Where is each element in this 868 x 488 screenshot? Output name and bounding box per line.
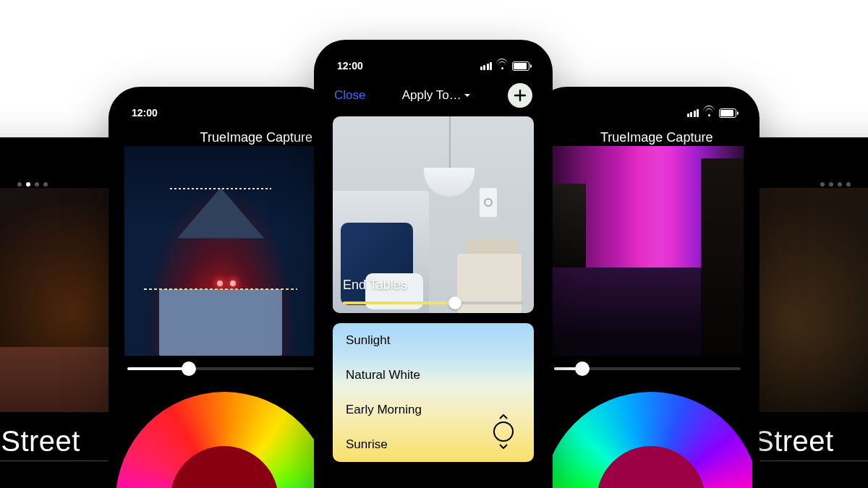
- chevron-down-icon: [463, 91, 472, 100]
- apply-to-dropdown[interactable]: Apply To…: [402, 88, 472, 103]
- brightness-slider[interactable]: [127, 367, 314, 370]
- status-icons: [480, 61, 530, 71]
- cellular-icon: [687, 109, 699, 117]
- scene-brightness-slider[interactable]: [343, 301, 524, 304]
- pendant-light-icon: [424, 168, 475, 197]
- status-bar: [542, 94, 752, 127]
- color-temperature-presets[interactable]: Sunlight Natural White Early Morning Sun…: [333, 323, 534, 462]
- wifi-icon: [703, 108, 715, 117]
- scene-name: End Tables: [343, 278, 407, 293]
- chevron-down-icon: [498, 443, 509, 449]
- status-time: 12:00: [337, 60, 363, 72]
- add-button[interactable]: [508, 83, 532, 108]
- wall-switch-icon: [479, 187, 498, 218]
- scene-card[interactable]: End Tables: [333, 116, 534, 313]
- trueimage-capture-label: TrueImage Capture: [600, 130, 712, 145]
- brightness-slider[interactable]: [554, 367, 741, 370]
- status-time: 12:00: [132, 107, 158, 119]
- battery-icon: [719, 108, 736, 118]
- preset-sunlight[interactable]: Sunlight: [333, 323, 534, 358]
- phone-right: TrueImage Capture: [535, 87, 760, 488]
- cellular-icon: [480, 62, 493, 70]
- capture-image[interactable]: [551, 146, 744, 356]
- status-bar: 12:00: [321, 47, 545, 80]
- phone-left: 12:00 TrueImage Capture: [109, 87, 333, 488]
- trueimage-capture-label: TrueImage Capture: [200, 130, 312, 145]
- wifi-icon: [496, 61, 508, 70]
- status-icons: [687, 108, 737, 118]
- color-wheel[interactable]: [116, 392, 326, 488]
- plus-icon: [514, 89, 527, 102]
- capture-image[interactable]: [124, 146, 317, 356]
- color-wheel[interactable]: [542, 392, 752, 488]
- status-bar: 12:00: [116, 94, 326, 127]
- slider-thumb[interactable]: [448, 296, 461, 309]
- apply-to-label: Apply To…: [402, 88, 461, 103]
- phone-center: 12:00 Close Apply To…: [314, 40, 553, 488]
- preset-scroll-indicator[interactable]: [493, 414, 514, 449]
- selection-ring-icon: [493, 421, 514, 442]
- close-button[interactable]: Close: [334, 88, 365, 103]
- battery-icon: [512, 61, 529, 71]
- slider-thumb[interactable]: [182, 361, 196, 376]
- slider-thumb[interactable]: [575, 361, 590, 376]
- preset-natural-white[interactable]: Natural White: [333, 358, 534, 393]
- chevron-up-icon: [498, 414, 509, 420]
